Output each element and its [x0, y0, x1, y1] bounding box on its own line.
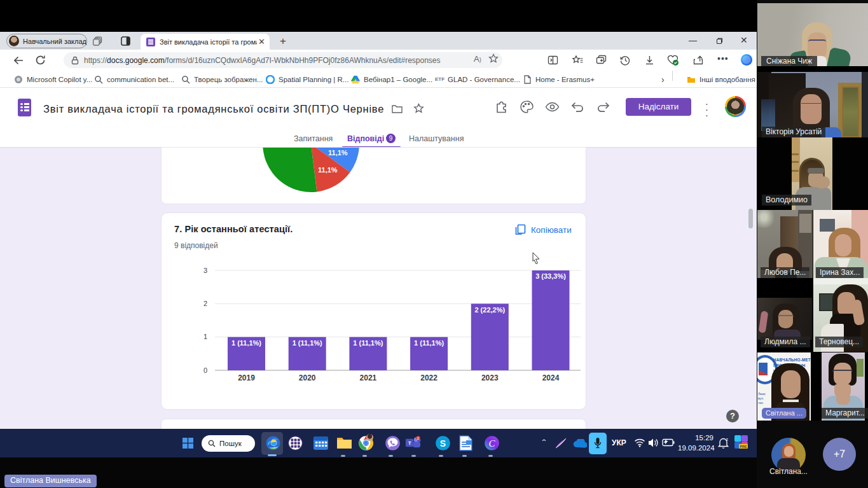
svg-text:1 (11,1%): 1 (11,1%) [231, 339, 261, 347]
svg-text:2022: 2022 [420, 373, 437, 382]
svg-text:2: 2 [203, 300, 207, 307]
svg-text:T: T [408, 440, 411, 446]
svg-text:2 (22,2%): 2 (22,2%) [474, 306, 505, 314]
svg-text:0: 0 [203, 366, 207, 374]
svg-text:2020: 2020 [299, 373, 316, 382]
svg-text:2021: 2021 [360, 373, 377, 382]
svg-text:2023: 2023 [481, 373, 499, 382]
svg-text:1 (11,1%): 1 (11,1%) [353, 339, 383, 347]
svg-text:11,1%: 11,1% [318, 166, 338, 174]
svg-text:1: 1 [203, 333, 207, 340]
svg-text:C: C [488, 438, 495, 449]
svg-text:PRE: PRE [740, 445, 747, 449]
svg-text:2: 2 [417, 436, 420, 440]
svg-text:3 (33,3%): 3 (33,3%) [535, 272, 566, 280]
svg-text:2019: 2019 [238, 373, 255, 382]
svg-text:2024: 2024 [542, 373, 560, 382]
svg-text:z: z [726, 437, 729, 442]
svg-text:1 (11,1%): 1 (11,1%) [414, 339, 444, 347]
svg-text:1 (11,1%): 1 (11,1%) [293, 339, 322, 347]
svg-text:3: 3 [203, 267, 207, 274]
svg-text:S: S [440, 438, 446, 449]
svg-text:11,1%: 11,1% [328, 149, 348, 157]
